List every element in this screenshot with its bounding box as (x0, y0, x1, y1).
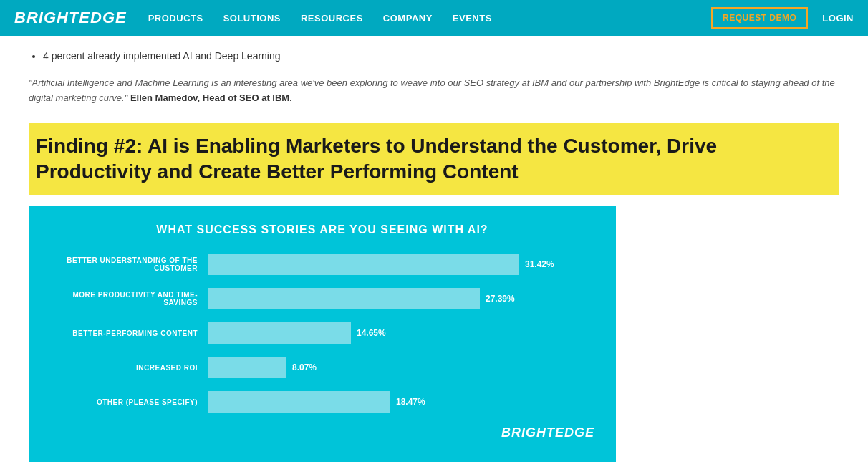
chart-bar-wrap: 18.47% (208, 391, 594, 413)
chart-container: WHAT SUCCESS STORIES ARE YOU SEEING WITH… (29, 206, 616, 462)
chart-footer: BRIGHTEDGE (50, 425, 594, 440)
chart-bar-label: INCREASED ROI (50, 364, 208, 372)
nav-resources[interactable]: RESOURCES (301, 13, 363, 24)
chart-title: WHAT SUCCESS STORIES ARE YOU SEEING WITH… (50, 223, 594, 236)
login-button[interactable]: LOGIN (822, 13, 854, 24)
chart-row: BETTER-PERFORMING CONTENT14.65% (50, 322, 594, 344)
navbar: BRIGHTEDGE PRODUCTS SOLUTIONS RESOURCES … (0, 0, 868, 36)
request-demo-button[interactable]: REQUEST DEMO (711, 7, 808, 29)
finding-heading-text: Finding #2: AI is Enabling Marketers to … (36, 133, 832, 186)
chart-footer-logo: BRIGHTEDGE (501, 425, 594, 440)
chart-bar-wrap: 8.07% (208, 357, 594, 378)
nav-company[interactable]: COMPANY (383, 13, 433, 24)
chart-row: BETTER UNDERSTANDING OF THE CUSTOMER31.4… (50, 254, 594, 275)
bullet-item: 4 percent already implemented AI and Dee… (43, 50, 839, 62)
chart-bar-wrap: 31.42% (208, 254, 594, 275)
chart-row: MORE PRODUCTIVITY AND TIME-SAVINGS27.39% (50, 288, 594, 309)
nav-solutions[interactable]: SOLUTIONS (223, 13, 281, 24)
chart-bar-fill (208, 322, 351, 344)
nav-events[interactable]: EVENTS (453, 13, 492, 24)
chart-bar-label: OTHER (PLEASE SPECIFY) (50, 398, 208, 406)
nav-products[interactable]: PRODUCTS (148, 13, 203, 24)
chart-bar-value: 18.47% (396, 397, 425, 407)
chart-bar-wrap: 27.39% (208, 288, 594, 309)
chart-bar-value: 27.39% (486, 294, 515, 304)
chart-bars: BETTER UNDERSTANDING OF THE CUSTOMER31.4… (50, 254, 594, 413)
chart-bar-fill (208, 357, 286, 378)
quote-section: "Artificial Intelligence and Machine Lea… (29, 76, 839, 106)
chart-bar-fill (208, 288, 480, 309)
nav-links: PRODUCTS SOLUTIONS RESOURCES COMPANY EVE… (148, 13, 711, 24)
navbar-actions: REQUEST DEMO LOGIN (711, 7, 854, 29)
chart-bar-value: 14.65% (357, 328, 386, 338)
chart-bar-fill (208, 391, 390, 413)
chart-bar-value: 31.42% (525, 259, 554, 269)
chart-bar-label: BETTER UNDERSTANDING OF THE CUSTOMER (50, 256, 208, 272)
chart-bar-label: MORE PRODUCTIVITY AND TIME-SAVINGS (50, 291, 208, 307)
chart-row: OTHER (PLEASE SPECIFY)18.47% (50, 391, 594, 413)
chart-bar-wrap: 14.65% (208, 322, 594, 344)
bullet-section: 4 percent already implemented AI and Dee… (29, 50, 839, 62)
chart-bar-value: 8.07% (292, 362, 317, 372)
quote-paragraph: "Artificial Intelligence and Machine Lea… (29, 76, 839, 106)
quote-attribution: Ellen Mamedov, Head of SEO at IBM. (127, 92, 291, 103)
finding-heading-block: Finding #2: AI is Enabling Marketers to … (29, 123, 839, 196)
chart-bar-label: BETTER-PERFORMING CONTENT (50, 329, 208, 337)
main-content: 4 percent already implemented AI and Dee… (0, 36, 868, 462)
brand-logo[interactable]: BRIGHTEDGE (14, 9, 127, 27)
chart-row: INCREASED ROI8.07% (50, 357, 594, 378)
chart-bar-fill (208, 254, 519, 275)
